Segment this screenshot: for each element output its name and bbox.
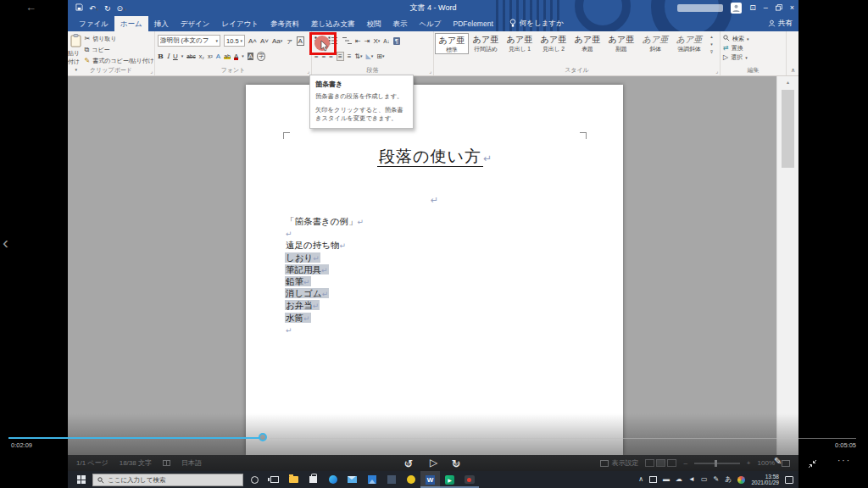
- gallery-up-icon[interactable]: ▴: [710, 34, 713, 39]
- character-count[interactable]: 18/38 文字: [120, 458, 152, 468]
- print-layout-button[interactable]: [656, 459, 665, 467]
- read-mode-button[interactable]: [645, 459, 654, 467]
- app-button[interactable]: [381, 471, 401, 488]
- style-表題[interactable]: あア亜表題: [570, 33, 604, 54]
- bold-button[interactable]: B: [158, 52, 164, 60]
- enclose-character-button[interactable]: 字: [257, 52, 265, 61]
- tab-デザイン[interactable]: デザイン: [175, 16, 216, 31]
- video-editor-taskbar-button[interactable]: ▶: [440, 471, 459, 488]
- font-color-button[interactable]: A: [234, 53, 238, 60]
- zoom-out-button[interactable]: –: [683, 459, 687, 467]
- zoom-in-button[interactable]: +: [747, 459, 751, 467]
- document-line[interactable]: 鉛筆↵: [285, 276, 364, 288]
- language-indicator[interactable]: 日本語: [181, 458, 202, 468]
- mail-button[interactable]: [342, 471, 362, 488]
- style-標準[interactable]: あア亜標準: [435, 33, 469, 54]
- onedrive-cloud-icon[interactable]: ☁: [676, 475, 682, 484]
- borders-button[interactable]: ⊞▾: [376, 53, 384, 60]
- zoom-level[interactable]: 100%: [758, 459, 775, 467]
- style-見出し 1[interactable]: あア亜見出し 1: [503, 33, 537, 54]
- shrink-font-button[interactable]: A˅: [260, 37, 269, 45]
- document-line[interactable]: ↵: [285, 228, 364, 240]
- restore-button[interactable]: [776, 4, 782, 13]
- document-line[interactable]: お弁当↵: [285, 300, 364, 312]
- font-name-select[interactable]: 游明朝 (本文のフ ▾: [158, 35, 220, 47]
- font-size-select[interactable]: 10.5 ▾: [224, 35, 245, 47]
- styles-dialog-launcher[interactable]: ⌟: [715, 68, 718, 74]
- forward-30-button[interactable]: ↻ 30: [450, 456, 462, 471]
- tab-挿入[interactable]: 挿入: [148, 16, 175, 31]
- tab-ファイル[interactable]: ファイル: [73, 16, 114, 31]
- multilevel-list-button[interactable]: [342, 33, 352, 48]
- paste-button[interactable]: 貼り付け ▾: [68, 31, 85, 65]
- document-title[interactable]: 段落の使い方↵: [246, 146, 623, 168]
- tray-expand-icon[interactable]: ∧: [638, 475, 643, 484]
- progress-bar-filled[interactable]: [8, 437, 260, 439]
- display-settings-button[interactable]: 表示設定: [600, 458, 638, 468]
- find-button[interactable]: 検索 ▾: [723, 34, 783, 43]
- style-見出し 2[interactable]: あア亜見出し 2: [537, 33, 570, 54]
- gallery-down-icon[interactable]: ▾: [710, 42, 713, 47]
- decrease-indent-button[interactable]: ⇤: [355, 37, 361, 45]
- strikethrough-button[interactable]: abc: [186, 53, 195, 59]
- gallery-more-icon[interactable]: ⊽: [710, 49, 714, 54]
- replace-button[interactable]: ⇄ 置換: [723, 43, 783, 53]
- web-layout-button[interactable]: [667, 459, 676, 467]
- taskbar-clock[interactable]: 13:58 2021/01/29: [751, 474, 779, 486]
- ime-mode-indicator[interactable]: あ: [725, 475, 732, 484]
- search-input[interactable]: [108, 476, 226, 484]
- line-spacing-button[interactable]: ⇅▾: [354, 53, 362, 60]
- page-count[interactable]: 1/1 ページ: [76, 458, 108, 468]
- zoom-slider[interactable]: [694, 463, 740, 464]
- highlight-color-button[interactable]: ab: [224, 53, 231, 59]
- color-app-icon[interactable]: [737, 476, 745, 484]
- grow-font-button[interactable]: A˄: [248, 37, 257, 45]
- close-button[interactable]: ×: [790, 4, 794, 12]
- change-case-button[interactable]: Aa▾: [272, 37, 282, 45]
- tab-校閲[interactable]: 校閲: [360, 16, 387, 31]
- enclose-characters-button[interactable]: A: [297, 36, 304, 46]
- progress-bar-handle[interactable]: [259, 433, 267, 441]
- vertical-scrollbar[interactable]: ▴: [776, 76, 798, 455]
- style-強調斜体[interactable]: あア亜強調斜体: [672, 33, 706, 54]
- style-副題[interactable]: あア亜副題: [604, 33, 638, 54]
- progress-bar-track[interactable]: [270, 438, 856, 439]
- copy-button[interactable]: ⧉ コピー: [85, 45, 154, 54]
- player-prev-chevron-icon[interactable]: ‹: [3, 232, 8, 252]
- sort-button[interactable]: A↓: [383, 38, 390, 44]
- document-line[interactable]: 遠足の持ち物↵: [285, 240, 364, 252]
- fit-width-icon[interactable]: [782, 460, 790, 467]
- share-button[interactable]: 共有: [768, 16, 793, 31]
- minimize-button[interactable]: –: [764, 4, 768, 12]
- show-formatting-marks-button[interactable]: ¶: [393, 37, 400, 45]
- italic-button[interactable]: I: [167, 53, 170, 60]
- scrollbar-thumb[interactable]: [782, 90, 794, 168]
- empty-centered-paragraph[interactable]: ↵: [246, 191, 623, 207]
- edge-button[interactable]: [323, 471, 342, 488]
- tab-参考資料[interactable]: 参考資料: [264, 16, 305, 31]
- document-line[interactable]: 筆記用具↵: [285, 264, 364, 276]
- rewind-10-button[interactable]: ↺ 10: [403, 456, 415, 471]
- store-button[interactable]: [303, 471, 323, 488]
- tab-表示[interactable]: 表示: [387, 16, 413, 31]
- style-斜体[interactable]: あア亜斜体: [638, 33, 672, 54]
- styles-gallery-scroll[interactable]: ▴ ▾ ⊽: [707, 31, 716, 56]
- document-line[interactable]: 消しゴム↵: [285, 288, 364, 300]
- task-view-button[interactable]: [264, 471, 284, 488]
- player-back-icon[interactable]: ←: [25, 1, 36, 14]
- cut-button[interactable]: ✂ 切り取り: [85, 34, 154, 43]
- notification-center-icon[interactable]: [785, 476, 793, 484]
- document-line[interactable]: しおり↵: [285, 252, 364, 264]
- tab-ホーム[interactable]: ホーム: [114, 16, 148, 31]
- increase-indent-button[interactable]: ⇥: [364, 37, 370, 45]
- tab-レイアウト[interactable]: レイアウト: [216, 16, 265, 31]
- user-avatar[interactable]: [731, 3, 742, 14]
- tell-me-box[interactable]: 何をしますか: [509, 16, 564, 31]
- collapse-ribbon-icon[interactable]: ∧: [791, 67, 795, 74]
- character-shading-button[interactable]: A: [248, 53, 253, 60]
- underline-button[interactable]: U: [173, 53, 178, 60]
- document-line[interactable]: 水筒↵: [285, 313, 364, 324]
- ribbon-display-options-icon[interactable]: ⊡: [749, 4, 756, 12]
- battery-icon[interactable]: ▬: [663, 475, 670, 484]
- pinned-app-button[interactable]: [401, 471, 420, 488]
